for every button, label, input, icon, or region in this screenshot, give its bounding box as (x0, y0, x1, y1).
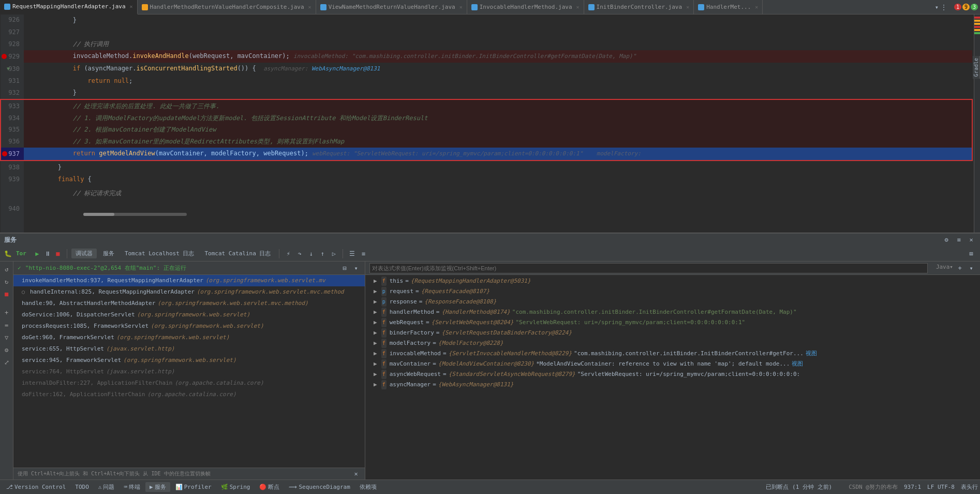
var-item-asyncmanager[interactable]: ▶ f asyncManager = {WebAsyncManager@8131… (365, 380, 980, 390)
frames-close-icon[interactable]: ✕ (351, 469, 361, 478)
frame-item-7[interactable]: service:945, FrameworkServlet (org.sprin… (13, 355, 365, 366)
more-watches-btn[interactable]: ▾ (967, 264, 976, 273)
var-item-response[interactable]: ▶ p response = {ResponseFacade@8108} (365, 297, 980, 307)
tab-viewnamemethod[interactable]: ViewNameMethodReturnValueHandler.java ✕ (316, 0, 467, 14)
frame-item-8[interactable]: service:764, HttpServlet (javax.servlet.… (13, 366, 365, 377)
vars-icon[interactable]: ≡ (359, 249, 368, 258)
frame-class-9: (org.apache.catalina.core) (174, 379, 263, 388)
expand-response[interactable]: ▶ (374, 297, 377, 307)
var-item-this[interactable]: ▶ f this = {RequestMappingHandlerAdapter… (365, 276, 980, 286)
vars-search-input[interactable] (369, 263, 928, 273)
line-num-936: 936 (1, 136, 24, 148)
frame-item-5[interactable]: doGet:960, FrameworkServlet (org.springf… (13, 332, 365, 343)
expand-webrequest[interactable]: ▶ (374, 318, 377, 327)
expand-invocablemethod[interactable]: ▶ (374, 349, 377, 358)
debug-control-icons[interactable]: ▶ ⏸ ■ (33, 249, 63, 258)
evaluate-icon[interactable]: = (1, 319, 12, 331)
expand-this[interactable]: ▶ (374, 277, 377, 286)
close-service-icon[interactable]: ✕ (967, 235, 976, 244)
more-tabs-btn[interactable]: ⋮ (941, 4, 947, 11)
bottom-tab-issues[interactable]: ⚠ 问题 (94, 482, 119, 492)
console-icon[interactable]: ▽ (1, 332, 12, 343)
layout-icon[interactable]: ⊞ (967, 249, 976, 258)
var-item-request[interactable]: ▶ p request = {RequestFacade@8107} (365, 286, 980, 297)
tab-close-btn[interactable]: ✕ (686, 4, 689, 10)
add-watch-btn[interactable]: + (955, 264, 964, 273)
settings-icon2[interactable]: ≡ (954, 235, 963, 244)
var-ref-mavcontainer[interactable]: 视图 (792, 359, 803, 369)
var-item-asyncwebrequest[interactable]: ▶ f asyncWebRequest = {StandardServletAs… (365, 369, 980, 380)
tab-close-btn[interactable]: ✕ (130, 4, 133, 9)
debug-tab-service[interactable]: 服务 (99, 249, 118, 258)
bottom-tab-breakpoints[interactable]: 🔴 断点 (255, 482, 284, 492)
step-into-icon[interactable]: ↓ (306, 249, 316, 258)
expand-asyncwebrequest[interactable]: ▶ (374, 370, 377, 379)
var-item-invocablemethod[interactable]: ▶ f invocableMethod = {ServletInvocableH… (365, 348, 980, 359)
settings-vert-icon[interactable]: ⚙ (1, 344, 12, 356)
filter-icon[interactable]: ⚡ (284, 249, 293, 258)
frame-item-10[interactable]: doFilter:162, ApplicationFilterChain (or… (13, 389, 365, 400)
run-to-cursor-icon[interactable]: ▷ (329, 249, 338, 258)
gradle-tab[interactable]: Gradle (973, 56, 980, 79)
frame-item-2[interactable]: handle:90, AbstractHandlerMethodAdapter … (13, 298, 365, 309)
frames-list[interactable]: invokeHandlerMethod:937, RequestMappingH… (13, 275, 365, 468)
code-scroll[interactable]: 926 } 927 928 // 执行调用 (0, 14, 980, 233)
expand-binderfactory[interactable]: ▶ (374, 328, 377, 338)
horizontal-scroll-thumb[interactable] (83, 213, 114, 216)
tab-handlermet-overflow[interactable]: HandlerMet... ✕ (694, 0, 763, 14)
step-over-icon[interactable]: ↷ (295, 249, 304, 258)
bottom-tab-service[interactable]: ▶ 服务 (145, 482, 170, 492)
bottom-tab-terminal[interactable]: ⌨ 终端 (120, 482, 144, 492)
frames-icon[interactable]: ☰ (347, 249, 357, 258)
step-out-icon[interactable]: ↑ (318, 249, 327, 258)
tab-invocablehandler[interactable]: InvocableHandlerMethod.java ✕ (467, 0, 584, 14)
frame-item-1[interactable]: ○ handleInternal:825, RequestMappingHand… (13, 286, 365, 298)
var-item-binderfactory[interactable]: ▶ f binderFactory = {ServletRequestDataB… (365, 328, 980, 338)
restart-icon[interactable]: ↺ (1, 264, 12, 275)
debug-tab-debugger[interactable]: 调试器 (71, 249, 97, 258)
tab-initbindercontroller[interactable]: InitBinderController.java ✕ (584, 0, 694, 14)
var-item-mavcontainer[interactable]: ▶ f mavContainer = {ModelAndViewContaine… (365, 359, 980, 369)
frame-item-6[interactable]: service:655, HttpServlet (javax.servlet.… (13, 343, 365, 355)
expand-mavcontainer[interactable]: ▶ (374, 359, 377, 369)
expand-asyncmanager[interactable]: ▶ (374, 380, 377, 389)
step-icon[interactable]: ↻ (1, 276, 12, 287)
var-item-webrequest[interactable]: ▶ f webRequest = {ServletWebRequest@8204… (365, 317, 980, 328)
tab-close-btn[interactable]: ✕ (576, 4, 580, 10)
debug-tab-tomcat-localhost[interactable]: Tomcat Localhost 日志 (121, 249, 199, 258)
bottom-tab-todo[interactable]: TODO (71, 483, 93, 491)
frames-header: ✓ "http-nio-8080-exec-2"@2,654 在组"main":… (13, 261, 365, 275)
stop-icon[interactable]: ■ (53, 249, 63, 258)
expand-modelfactory[interactable]: ▶ (374, 339, 377, 348)
resume-icon[interactable]: ▶ (33, 249, 42, 258)
debug-tab-tomcat-catalina[interactable]: Tomcat Catalina 日志 (200, 249, 275, 258)
bottom-tab-version-control[interactable]: ⎇ Version Control (2, 483, 70, 491)
restore-icon[interactable]: ⤢ (1, 357, 12, 368)
bottom-tab-spring[interactable]: 🌿 Spring (217, 483, 255, 491)
var-item-modelfactory[interactable]: ▶ f modelFactory = {ModelFactory@8228} (365, 338, 980, 348)
frame-item-0[interactable]: invokeHandlerMethod:937, RequestMappingH… (13, 275, 365, 286)
expand-request[interactable]: ▶ (374, 287, 377, 296)
pause-icon[interactable]: ⏸ (43, 249, 52, 258)
debug-run-icon[interactable]: ■ (1, 288, 12, 300)
frame-item-3[interactable]: doService:1006, DispatcherServlet (org.s… (13, 309, 365, 321)
frame-item-9[interactable]: internalDoFilter:227, ApplicationFilterC… (13, 377, 365, 389)
frame-item-4[interactable]: processRequest:1085, FrameworkServlet (o… (13, 321, 365, 332)
vars-list[interactable]: ▶ f this = {RequestMappingHandlerAdapter… (365, 275, 980, 480)
tab-close-btn[interactable]: ✕ (755, 4, 758, 10)
tab-close-btn[interactable]: ✕ (308, 4, 311, 10)
tab-close-btn[interactable]: ✕ (459, 4, 463, 10)
add-watch-icon[interactable]: + (1, 307, 12, 318)
tab-requestmappinghandleradapter[interactable]: RequestMappingHandlerAdapter.java ✕ (0, 0, 138, 14)
tab-overflow-btn[interactable]: ▾ ⋮ (932, 4, 950, 11)
bottom-tab-profiler[interactable]: 📊 Profiler (171, 483, 216, 491)
var-item-handlermethod[interactable]: ▶ f handlerMethod = {HandlerMethod@8174}… (365, 307, 980, 317)
bottom-tab-deps[interactable]: 依赖项 (355, 482, 381, 492)
settings-gear-icon[interactable]: ⚙ (942, 235, 951, 244)
bottom-tab-sequence[interactable]: ⟿ SequenceDiagram (285, 483, 354, 491)
filter-threads-icon[interactable]: ⊟ (340, 264, 349, 273)
tab-handlermethodreturn[interactable]: HandlerMethodReturnValueHandlerComposite… (138, 0, 316, 14)
expand-handlermethod[interactable]: ▶ (374, 308, 377, 317)
expand-threads-icon[interactable]: ▾ (351, 264, 361, 273)
var-ref-invocablemethod[interactable]: 视图 (806, 349, 817, 358)
